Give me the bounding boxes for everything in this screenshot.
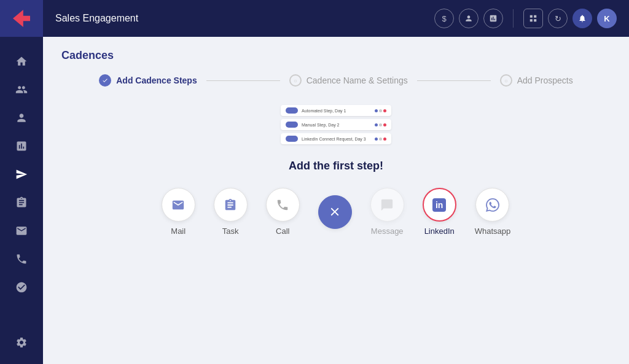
mini-toggle-3 [286, 136, 298, 142]
call-icon [266, 188, 300, 222]
step-2-label: Cadence Name & Settings [307, 76, 408, 85]
app-title: Sales Engagement [55, 13, 428, 24]
task-icon [214, 188, 248, 222]
grid-icon-btn[interactable] [523, 9, 543, 28]
sidebar-item-integrations[interactable] [9, 275, 34, 300]
mini-toggle-1 [286, 107, 298, 114]
topnav: Sales Engagement $ ↻ K [43, 0, 629, 37]
bell-avatar[interactable] [572, 9, 592, 28]
sidebar-item-person[interactable] [9, 106, 34, 130]
whatsapp-icon [475, 188, 509, 222]
preview-card-2: Manual Step, Day 2 [281, 119, 391, 130]
dot-9 [383, 137, 386, 141]
message-label: Message [371, 227, 404, 236]
main-wrapper: Sales Engagement $ ↻ K Cadences [43, 0, 629, 364]
sidebar-item-tasks[interactable] [9, 190, 34, 215]
dot-2 [379, 109, 382, 112]
step-1[interactable]: Add Cadence Steps [99, 74, 197, 87]
sidebar-bottom [9, 330, 34, 364]
person-icon-btn[interactable] [459, 9, 479, 28]
preview-card-3: LinkedIn Connect Request, Day 3 [281, 133, 391, 144]
preview-cards: Automated Step, Day 1 Manual Step, Day 2 [61, 105, 611, 144]
step-line-2 [417, 80, 491, 81]
close-icon [318, 195, 352, 229]
step-3-circle: ○ [500, 74, 512, 87]
sidebar-item-cadences[interactable] [9, 162, 34, 187]
sidebar-item-reports[interactable] [9, 134, 34, 158]
sidebar-nav [9, 43, 34, 330]
mini-toggle-2 [286, 122, 298, 128]
wizard-steps: Add Cadence Steps ○ Cadence Name & Setti… [61, 74, 611, 87]
dot-8 [379, 137, 382, 141]
dollar-icon-btn[interactable]: $ [434, 9, 454, 28]
step-1-label: Add Cadence Steps [116, 76, 197, 85]
linkedin-icon: in [423, 188, 456, 222]
call-label: Call [276, 227, 289, 236]
sidebar-item-contacts[interactable] [9, 77, 34, 102]
mail-icon [162, 188, 195, 222]
step-3[interactable]: ○ Add Prospects [500, 74, 573, 87]
add-step-title: Add the first step! [61, 160, 611, 172]
step-2-circle: ○ [289, 74, 302, 87]
dot-6 [383, 123, 386, 126]
sidebar [0, 0, 43, 364]
step-1-circle [99, 74, 111, 87]
call-step-btn[interactable]: Call [266, 188, 300, 236]
mini-dots-1 [375, 109, 386, 112]
step-2[interactable]: ○ Cadence Name & Settings [289, 74, 408, 87]
mini-dots-2 [375, 123, 386, 126]
logo-arrow-icon [13, 10, 30, 27]
dot-1 [375, 109, 378, 112]
task-step-btn[interactable]: Task [214, 188, 248, 236]
mini-dots-3 [375, 137, 386, 141]
sidebar-item-mail[interactable] [9, 219, 34, 243]
dot-4 [375, 123, 378, 126]
linkedin-label: LinkedIn [424, 227, 455, 236]
close-step-btn[interactable] [318, 195, 352, 229]
linkedin-logo: in [432, 198, 446, 212]
preview-card-1: Automated Step, Day 1 [281, 105, 391, 116]
nav-divider [513, 9, 514, 28]
user-avatar[interactable]: K [597, 9, 617, 28]
task-label: Task [222, 227, 239, 236]
refresh-icon-btn[interactable]: ↻ [548, 9, 568, 28]
sidebar-item-calls[interactable] [9, 247, 34, 271]
step-3-label: Add Prospects [517, 76, 573, 85]
sidebar-item-settings[interactable] [9, 330, 34, 355]
step-buttons: Mail Task Call [61, 188, 611, 236]
whatsapp-step-btn[interactable]: Whatsapp [475, 188, 511, 236]
dot-5 [379, 123, 382, 126]
topnav-icons: $ ↻ K [434, 9, 617, 28]
preview-card-3-text: LinkedIn Connect Request, Day 3 [302, 137, 371, 141]
page-title: Cadences [61, 49, 611, 62]
preview-card-2-text: Manual Step, Day 2 [302, 123, 371, 127]
chart-icon-btn[interactable] [483, 9, 503, 28]
mail-label: Mail [171, 227, 186, 236]
message-icon [370, 188, 404, 222]
whatsapp-label: Whatsapp [475, 227, 511, 236]
add-step-section: Add the first step! Mail Task [61, 160, 611, 236]
mail-step-btn[interactable]: Mail [162, 188, 195, 236]
dot-3 [383, 109, 386, 112]
logo[interactable] [0, 0, 43, 37]
sidebar-item-home[interactable] [9, 49, 34, 74]
step-line-1 [206, 80, 280, 81]
linkedin-step-btn[interactable]: in LinkedIn [423, 188, 456, 236]
preview-card-1-text: Automated Step, Day 1 [302, 109, 371, 113]
message-step-btn[interactable]: Message [370, 188, 404, 236]
content-area: Cadences Add Cadence Steps ○ Cadence Nam… [43, 37, 629, 364]
dot-7 [375, 137, 378, 141]
